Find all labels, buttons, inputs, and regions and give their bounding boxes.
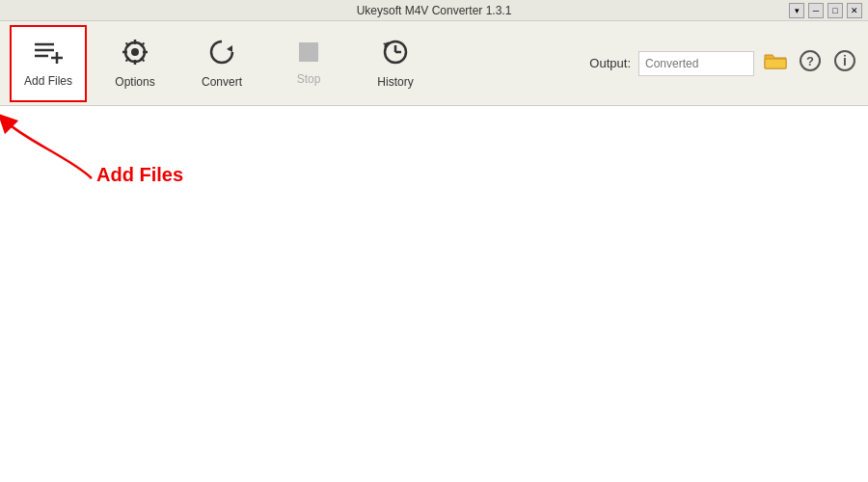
app-title: Ukeysoft M4V Converter 1.3.1 (357, 4, 512, 17)
svg-point-6 (131, 48, 139, 56)
svg-text:i: i (843, 53, 847, 68)
info-button[interactable]: i (831, 50, 858, 77)
history-icon (381, 38, 410, 71)
stop-label: Stop (297, 72, 321, 86)
output-section: Output: ? i (589, 50, 858, 77)
main-content: Add Files (0, 106, 868, 482)
svg-rect-16 (299, 42, 318, 62)
annotation: Add Files (92, 120, 183, 186)
svg-rect-21 (765, 59, 786, 68)
help-icon: ? (800, 50, 821, 76)
add-files-button[interactable]: Add Files (10, 25, 87, 102)
output-input[interactable] (638, 51, 754, 76)
options-button[interactable]: Options (96, 25, 174, 102)
stop-button[interactable]: Stop (270, 25, 347, 102)
convert-button[interactable]: Convert (183, 25, 260, 102)
svg-text:?: ? (806, 54, 814, 68)
title-bar: Ukeysoft M4V Converter 1.3.1 ▾ ─ □ ✕ (0, 0, 868, 21)
add-files-icon (33, 39, 64, 70)
dropdown-btn[interactable]: ▾ (789, 3, 804, 18)
svg-marker-15 (227, 45, 232, 52)
convert-icon (207, 38, 236, 71)
arrow-annotation (0, 111, 111, 188)
browse-folder-button[interactable] (762, 51, 789, 76)
window-controls: ▾ ─ □ ✕ (789, 3, 862, 18)
options-label: Options (115, 75, 154, 89)
options-icon (121, 38, 149, 71)
history-button[interactable]: History (357, 25, 434, 102)
add-files-label: Add Files (24, 74, 72, 88)
maximize-btn[interactable]: □ (827, 3, 843, 18)
help-button[interactable]: ? (797, 50, 824, 77)
toolbar: Add Files Options (0, 21, 868, 106)
folder-icon (764, 51, 787, 75)
output-label: Output: (589, 56, 631, 70)
history-label: History (377, 75, 413, 89)
info-icon: i (834, 50, 855, 76)
stop-icon (297, 40, 320, 68)
close-btn[interactable]: ✕ (847, 3, 862, 18)
minimize-btn[interactable]: ─ (808, 3, 824, 18)
convert-label: Convert (202, 75, 242, 89)
